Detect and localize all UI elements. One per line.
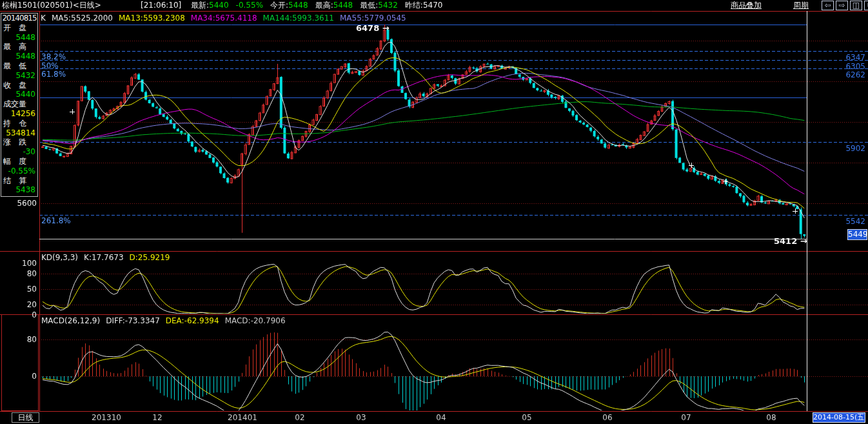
kd-scale-label: 20 bbox=[0, 300, 37, 309]
trading-terminal: 棕榈1501(020501)<日线> [21:06:10] 最新:5440-0.… bbox=[0, 0, 868, 424]
quote-row-value: 5448 bbox=[1, 52, 37, 61]
left-axis-price-label: 5600 bbox=[0, 199, 37, 208]
ma-readout-item: MA5:5525.2000 bbox=[52, 14, 113, 23]
fib-level-label: 50% bbox=[41, 61, 59, 70]
ma-readout-item: MA13:5593.2308 bbox=[119, 14, 185, 23]
quote-row-value: 5448 bbox=[1, 33, 37, 43]
top-bar: 棕榈1501(020501)<日线> [21:06:10] 最新:5440-0.… bbox=[0, 0, 868, 11]
quote-panel: 20140815开 盘5448最 高5448最 低5432收 盘5440成交量1… bbox=[1, 13, 38, 197]
summary-field-label: 最低: bbox=[360, 1, 378, 10]
summary-field: 今开:5448 bbox=[270, 0, 308, 10]
fib-level-label: 61.8% bbox=[41, 70, 66, 79]
macd-readout-item: DIFF:-73.3347 bbox=[106, 316, 160, 325]
quote-row-value: -30 bbox=[1, 147, 37, 157]
kd-scale-label: 80 bbox=[0, 269, 37, 278]
quote-row-label: 持 仓 bbox=[1, 119, 37, 128]
ma-readout: KMA5:5525.2000MA13:5593.2308MA34:5675.41… bbox=[41, 14, 406, 23]
kd-scale-label: 50 bbox=[0, 285, 37, 294]
axis-tick: 06 bbox=[602, 413, 612, 422]
kd-scale-label: 0 bbox=[0, 310, 37, 319]
summary-field: 最新:5440 bbox=[191, 0, 229, 10]
summary-field-value: 5440 bbox=[209, 1, 229, 10]
axis-tick: 02 bbox=[295, 413, 304, 422]
summary-field-label: 最新: bbox=[191, 1, 209, 10]
quote-row-label: 涨 跌 bbox=[1, 137, 37, 147]
kd-readout-item: KD(9,3,3) bbox=[41, 253, 78, 262]
ma-readout-item: MA144:5993.3611 bbox=[263, 14, 334, 23]
quote-date: 20140815 bbox=[1, 14, 37, 23]
latest-price-badge: 5449 bbox=[847, 229, 867, 240]
axis-tick: 05 bbox=[522, 413, 531, 422]
macd-scale-label: 80 bbox=[0, 335, 37, 344]
summary-field: -0.55% bbox=[236, 0, 263, 10]
ma-readout-item: MA55:5779.0545 bbox=[340, 14, 406, 23]
time-axis: 日线 2013101220140102030405060708 2014-08-… bbox=[0, 412, 868, 424]
link-commodity-overlay[interactable]: 商品叠加 bbox=[731, 0, 762, 10]
ma-readout-item: K bbox=[41, 14, 46, 23]
axis-tick: 201401 bbox=[228, 413, 257, 422]
quote-row-value: 534814 bbox=[1, 128, 37, 138]
nav-icon-group: ⇦⇨◫⧉ bbox=[822, 1, 868, 10]
right-axis-price-label: 5542 bbox=[845, 217, 865, 226]
quote-row-value: 14256 bbox=[1, 109, 37, 119]
axis-tick: 12 bbox=[152, 413, 162, 422]
link-period[interactable]: 周期 bbox=[793, 0, 809, 10]
kd-readout-item: K:17.7673 bbox=[84, 253, 124, 262]
split-window-icon[interactable]: ◫ bbox=[850, 1, 862, 10]
quote-row-label: 最 低 bbox=[1, 61, 37, 71]
cascade-windows-icon[interactable]: ⧉ bbox=[864, 1, 868, 10]
quote-row-label: 结 算 bbox=[1, 176, 37, 186]
axis-tick: 04 bbox=[436, 413, 446, 422]
summary-field: 最低:5432 bbox=[360, 0, 398, 10]
quote-row-label: 开 盘 bbox=[1, 23, 37, 33]
kd-readout-item: D:25.9219 bbox=[130, 253, 170, 262]
quote-row-value: 5432 bbox=[1, 71, 37, 81]
chart-canvas[interactable] bbox=[0, 0, 868, 424]
clock: [21:06:10] bbox=[141, 0, 181, 10]
macd-readout-item: MACD:-20.7906 bbox=[225, 316, 286, 325]
quote-row-value: 5438 bbox=[1, 185, 37, 195]
right-axis-price-label: 6262 bbox=[845, 70, 865, 79]
axis-tick: 03 bbox=[356, 413, 366, 422]
quote-row-value: -0.55% bbox=[1, 167, 37, 176]
summary-field-label: 最高: bbox=[315, 1, 333, 10]
summary-field-value: 5448 bbox=[333, 1, 353, 10]
quote-row-value: 5440 bbox=[1, 90, 37, 99]
axis-tick: 08 bbox=[766, 413, 776, 422]
quote-summary: 最新:5440-0.55%今开:5448最高:5448最低:5432昨结:547… bbox=[191, 0, 442, 10]
summary-field-value: 5470 bbox=[423, 1, 443, 10]
right-axis-price-label: 6347 bbox=[845, 53, 865, 62]
summary-field-label: 昨结: bbox=[405, 1, 423, 10]
back-arrow-icon[interactable]: ⇦ bbox=[822, 1, 834, 10]
macd-readout-item: DEA:-62.9394 bbox=[166, 316, 219, 325]
summary-field-label: 今开: bbox=[270, 1, 288, 10]
quote-row-label: 收 盘 bbox=[1, 81, 37, 90]
macd-scale-label: 0 bbox=[0, 372, 37, 381]
summary-field: 最高:5448 bbox=[315, 0, 353, 10]
high-annotation: 6478 → bbox=[356, 23, 390, 33]
fib-level-label: 261.8% bbox=[41, 216, 71, 225]
summary-field: 昨结:5470 bbox=[405, 0, 443, 10]
axis-tick: 07 bbox=[681, 413, 691, 422]
kd-readout: KD(9,3,3)K:17.7673D:25.9219 bbox=[41, 253, 170, 262]
period-selector[interactable]: 日线 bbox=[12, 412, 39, 423]
instrument-title: 棕榈1501(020501)<日线> bbox=[2, 0, 101, 10]
fib-level-label: 38.2% bbox=[41, 52, 66, 61]
summary-field-value: 5432 bbox=[378, 1, 398, 10]
summary-field-value: -0.55% bbox=[236, 1, 263, 10]
right-axis-price-label: 6305 bbox=[845, 62, 865, 71]
macd-readout-item: MACD(26,12,9) bbox=[41, 316, 100, 325]
quote-row-label: 最 高 bbox=[1, 42, 37, 52]
low-annotation: 5412 → bbox=[774, 236, 807, 246]
kd-scale-label: 100 bbox=[0, 259, 37, 268]
right-axis-price-label: 5902 bbox=[845, 144, 865, 153]
macd-readout: MACD(26,12,9)DIFF:-73.3347DEA:-62.9394MA… bbox=[41, 316, 286, 325]
summary-field-value: 5448 bbox=[288, 1, 308, 10]
cursor-date-badge: 2014-08-15(五) bbox=[813, 412, 865, 423]
quote-row-label: 幅 度 bbox=[1, 157, 37, 167]
axis-tick: 201310 bbox=[92, 413, 121, 422]
forward-arrow-icon[interactable]: ⇨ bbox=[836, 1, 848, 10]
ma-readout-item: MA34:5675.4118 bbox=[191, 14, 257, 23]
quote-row-label: 成交量 bbox=[1, 99, 37, 109]
